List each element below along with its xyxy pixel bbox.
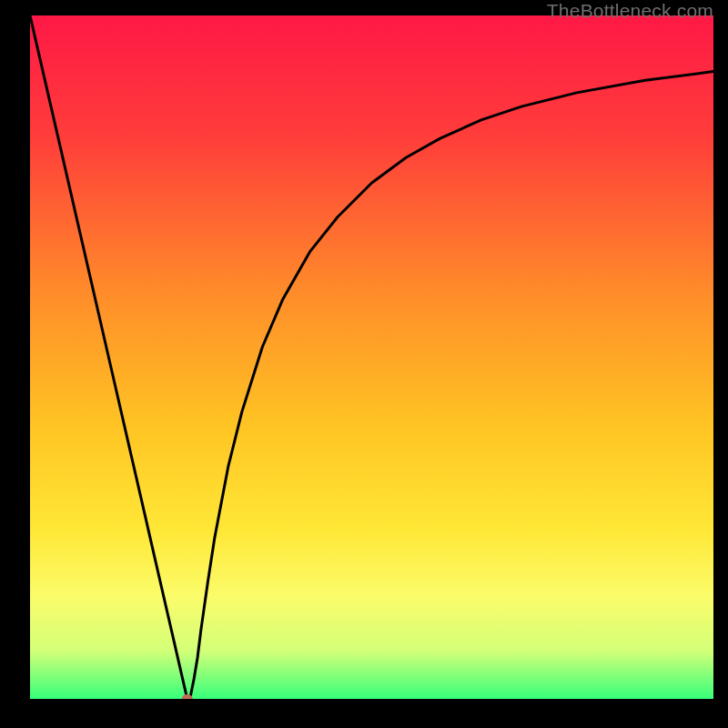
chart-frame [30,15,713,699]
watermark-text: TheBottleneck.com [547,0,713,22]
bottleneck-chart [30,15,713,699]
gradient-background [30,15,713,699]
